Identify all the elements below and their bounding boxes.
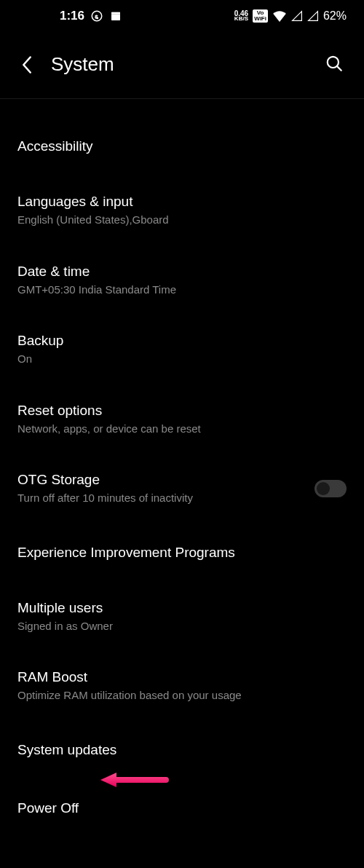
setting-subtitle: Optimize RAM utilization based on your u… (17, 688, 347, 703)
settings-list: Accessibility Languages & input English … (0, 99, 364, 829)
setting-subtitle: Turn off after 10 minutes of inactivity (17, 491, 314, 505)
signal-2-icon (307, 10, 319, 22)
page-title: System (51, 53, 307, 76)
whatsapp-icon (90, 9, 103, 23)
setting-languages-input[interactable]: Languages & input English (United States… (0, 184, 364, 237)
setting-title: Multiple users (17, 600, 347, 616)
svg-rect-3 (111, 12, 120, 15)
setting-backup[interactable]: Backup On (0, 323, 364, 376)
calendar-icon (109, 9, 122, 23)
setting-multiple-users[interactable]: Multiple users Signed in as Owner (0, 590, 364, 644)
setting-title: Accessibility (17, 138, 347, 154)
setting-title: System updates (17, 742, 347, 758)
setting-subtitle: On (17, 352, 347, 366)
setting-reset-options[interactable]: Reset options Network, apps, or device c… (0, 392, 364, 446)
setting-title: Experience Improvement Programs (17, 545, 347, 561)
setting-date-time[interactable]: Date & time GMT+05:30 India Standard Tim… (0, 253, 364, 307)
setting-accessibility[interactable]: Accessibility (0, 125, 364, 167)
setting-experience-improvement[interactable]: Experience Improvement Programs (0, 532, 364, 574)
setting-title: Date & time (17, 264, 347, 280)
signal-1-icon (291, 10, 303, 22)
setting-title: Backup (17, 333, 347, 349)
wifi-icon (272, 10, 287, 22)
status-time: 1:16 (60, 9, 84, 23)
otg-storage-toggle[interactable] (314, 480, 347, 497)
setting-title: OTG Storage (17, 472, 314, 488)
chevron-left-icon (20, 55, 33, 75)
back-button[interactable] (17, 52, 36, 78)
search-button[interactable] (322, 51, 347, 78)
setting-subtitle: GMT+05:30 India Standard Time (17, 283, 347, 297)
page-header: System (0, 31, 364, 98)
setting-title: Languages & input (17, 194, 347, 210)
setting-system-updates[interactable]: System updates (0, 729, 364, 771)
setting-title: RAM Boost (17, 669, 347, 685)
setting-title: Power Off (17, 800, 347, 816)
setting-subtitle: English (United States),Gboard (17, 213, 347, 227)
setting-subtitle: Signed in as Owner (17, 619, 347, 634)
setting-power-off[interactable]: Power Off (0, 787, 364, 829)
status-left: 1:16 (17, 9, 122, 23)
setting-otg-storage[interactable]: OTG Storage Turn off after 10 minutes of… (0, 462, 364, 516)
battery-percent: 62% (323, 9, 347, 23)
status-right: 0.46 KB/S Vo WiFi 62% (234, 9, 347, 23)
data-speed-indicator: 0.46 KB/S (234, 11, 248, 21)
svg-line-5 (337, 66, 341, 71)
setting-ram-boost[interactable]: RAM Boost Optimize RAM utilization based… (0, 659, 364, 713)
setting-subtitle: Network, apps, or device can be reset (17, 422, 347, 436)
setting-title: Reset options (17, 403, 347, 419)
vowifi-badge: Vo WiFi (253, 9, 268, 23)
search-icon (325, 54, 344, 73)
status-bar: 1:16 0.46 KB/S Vo WiFi (0, 0, 364, 31)
